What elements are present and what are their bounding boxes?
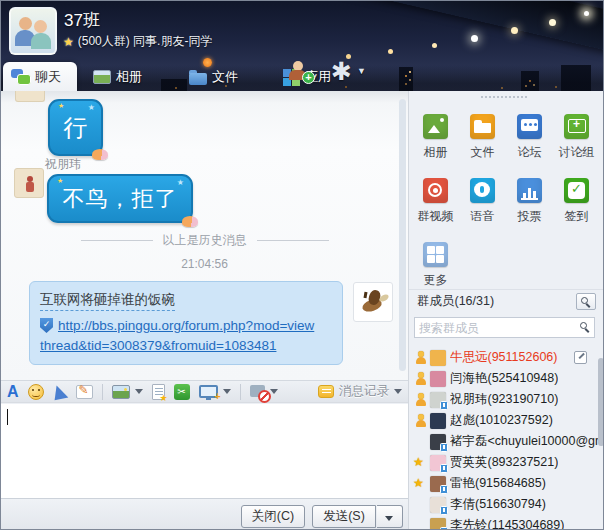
member-list-scrollbar[interactable]	[598, 358, 604, 446]
app-label: 群视频	[418, 208, 454, 225]
members-count-label: 群成员(16/31)	[417, 293, 494, 310]
shared-link-url-line1[interactable]: http://bbs.pinggu.org/forum.php?mod=view	[58, 318, 314, 333]
font-style-button[interactable]: A	[7, 384, 19, 400]
send-button[interactable]: 发送(S)	[312, 505, 376, 528]
app-label: 投票	[518, 208, 542, 225]
member-row[interactable]: ★ 李倩(516630794)	[409, 494, 601, 515]
member-search-toggle-button[interactable]	[576, 293, 596, 310]
shared-link-message: 互联网将砸掉谁的饭碗 ✓ http://bbs.pinggu.org/forum…	[29, 281, 343, 365]
tab-album[interactable]: 相册	[93, 64, 142, 90]
files-icon	[470, 114, 495, 139]
app-label: 签到	[565, 208, 589, 225]
member-badge-icon: ★	[413, 413, 428, 428]
mobile-device-icon	[440, 527, 448, 530]
gear-icon: ✱	[331, 59, 352, 83]
add-member-button[interactable]: +	[289, 61, 313, 83]
history-divider-label: 以上是历史消息	[163, 232, 247, 249]
bubble-star-decoration: ★	[58, 102, 64, 110]
shared-link-title: 互联网将砸掉谁的饭碗	[40, 291, 175, 311]
app-label: 更多	[424, 272, 448, 289]
block-dropdown-arrow[interactable]	[270, 389, 278, 394]
sender-avatar[interactable]	[14, 168, 44, 198]
member-row[interactable]: ★ 闫海艳(525410948)	[409, 368, 601, 389]
chat-scrollbar[interactable]	[399, 99, 406, 371]
bubble-star-decoration: ★	[57, 177, 64, 185]
screen-share-dropdown-arrow[interactable]	[223, 389, 231, 394]
member-avatar	[430, 413, 446, 429]
member-badge-icon: ★	[413, 371, 428, 386]
message-text: 行	[64, 112, 88, 144]
app-voice[interactable]: 语音	[459, 171, 506, 235]
member-row[interactable]: ★ 贾英英(893237521)	[409, 452, 601, 473]
edit-icon[interactable]	[574, 351, 587, 364]
tab-chat[interactable]: 聊天	[3, 62, 77, 91]
mobile-device-icon	[440, 464, 448, 473]
member-row[interactable]: ★ 祝朋玮(923190710)	[409, 389, 601, 410]
photo-icon	[93, 70, 111, 84]
window-shake-button[interactable]	[51, 383, 68, 400]
member-name: 贾英英(893237521)	[450, 454, 558, 471]
send-image-button[interactable]	[112, 385, 130, 399]
close-button[interactable]: 关闭(C)	[241, 505, 305, 528]
history-dropdown-arrow	[394, 389, 402, 394]
tab-files-label: 文件	[212, 68, 238, 86]
member-badge-icon: ★	[413, 434, 428, 449]
message-history-button[interactable]: 消息记录	[318, 383, 402, 400]
bubble-star-decoration: ★	[177, 178, 185, 187]
voice-icon	[470, 178, 495, 203]
app-files[interactable]: 文件	[459, 107, 506, 171]
send-options-arrow[interactable]	[377, 505, 403, 528]
checkin-icon	[564, 178, 589, 203]
member-badge-icon: ★	[413, 350, 428, 365]
member-row[interactable]: ★ 褚宇磊<chuyulei10000@gm...	[409, 431, 601, 452]
member-row[interactable]: ★ 李先铃(1145304689)	[409, 515, 601, 530]
app-album[interactable]: 相册	[412, 107, 459, 171]
panel-drag-handle[interactable]	[481, 96, 527, 100]
member-avatar	[430, 518, 446, 530]
member-search-input[interactable]	[415, 321, 578, 335]
emoticon-button[interactable]	[28, 384, 44, 400]
screenshot-button[interactable]: ✂	[174, 384, 190, 400]
background-bridge	[246, 1, 604, 62]
chat-bubbles-icon	[11, 69, 30, 85]
shared-link-url-line2[interactable]: thread&tid=3008379&fromuid=1083481	[40, 338, 276, 353]
tab-files[interactable]: 文件	[189, 64, 238, 90]
forum-icon	[517, 114, 542, 139]
footer-button-row: 关闭(C) 发送(S)	[1, 498, 408, 530]
app-checkin[interactable]: 签到	[553, 171, 600, 235]
link-row: thread&tid=3008379&fromuid=1083481	[40, 338, 332, 353]
image-dropdown-arrow[interactable]	[135, 389, 143, 394]
avatar-figure	[34, 20, 47, 33]
members-header: 群成员(16/31)	[409, 289, 604, 313]
send-file-button[interactable]	[152, 384, 165, 400]
group-title: 37班	[64, 9, 100, 32]
app-forum[interactable]: 论坛	[506, 107, 553, 171]
group-avatar[interactable]	[9, 7, 57, 55]
partial-avatar	[15, 91, 45, 102]
self-avatar[interactable]	[353, 282, 393, 322]
bubble-star-decoration: ★	[88, 103, 95, 112]
search-icon[interactable]	[578, 320, 594, 336]
message-input[interactable]	[1, 404, 408, 498]
app-vote[interactable]: 投票	[506, 171, 553, 235]
member-row[interactable]: ★ 雷艳(915684685)	[409, 473, 601, 494]
settings-button[interactable]: ✱ ▼	[331, 59, 366, 83]
message-timestamp: 21:04:56	[1, 257, 408, 271]
screen-share-button[interactable]	[199, 385, 218, 398]
group-side-panel: 相册 文件 论坛 讨论组 群视频 语音	[408, 91, 604, 530]
avatar-figure	[31, 33, 51, 49]
mobile-device-icon	[440, 485, 448, 494]
chat-message-area[interactable]: ★ ★ 行 祝朋玮 ★ ★ 不鸟，拒了 以上是历史消息 21:04:56 互联网…	[1, 91, 408, 380]
member-name: 李先铃(1145304689)	[450, 517, 564, 530]
member-row[interactable]: ★ 牛思远(951152606)	[409, 347, 601, 368]
doodle-button[interactable]	[76, 385, 93, 399]
group-level-star-icon: ★	[63, 35, 74, 49]
app-group-video[interactable]: 群视频	[412, 171, 459, 235]
member-row[interactable]: ★ 赵彪(1010237592)	[409, 410, 601, 431]
app-label: 相册	[424, 144, 448, 161]
app-discussion-group[interactable]: 讨论组	[553, 107, 600, 171]
message-block-button[interactable]	[250, 385, 265, 397]
group-video-icon	[423, 178, 448, 203]
chevron-down-icon: ▼	[357, 66, 366, 76]
plus-icon: +	[302, 71, 315, 84]
